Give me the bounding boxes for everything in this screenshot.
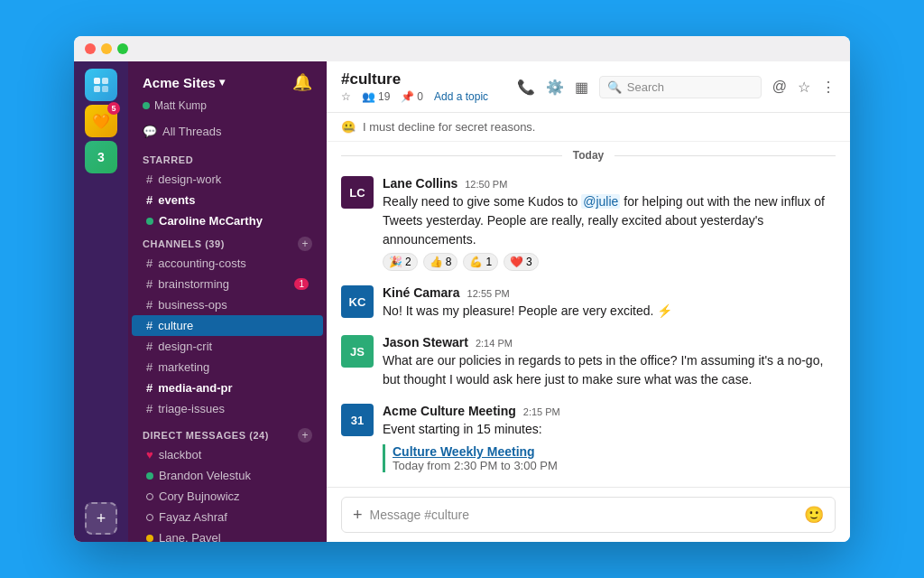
all-threads-item[interactable]: 💬 All Threads xyxy=(128,119,327,144)
minimize-button[interactable] xyxy=(101,43,112,54)
starred-section-label: STARRED xyxy=(128,144,327,169)
user-status-dot xyxy=(143,102,150,109)
workspace-item-1[interactable] xyxy=(85,69,117,101)
sidebar-dm-cory[interactable]: Cory Bujnowicz xyxy=(132,486,323,507)
reaction-tada[interactable]: 🎉 2 xyxy=(383,253,418,271)
sidebar-dm-fayaz[interactable]: Fayaz Ashraf xyxy=(132,507,323,527)
reaction-heart[interactable]: ❤️ 3 xyxy=(504,253,539,271)
channel-header: #culture ☆ 👥 19 📌 0 Add a topic xyxy=(327,61,850,113)
message-add-button[interactable]: + xyxy=(353,506,363,525)
reaction-thumbs[interactable]: 👍 8 xyxy=(423,253,458,271)
brainstorming-badge: 1 xyxy=(294,278,309,290)
svg-rect-2 xyxy=(94,86,100,92)
caroline-status-dot xyxy=(146,218,153,225)
at-icon[interactable]: @ xyxy=(772,79,787,95)
channels-section-label: CHANNELS (39) xyxy=(143,238,225,249)
msg-time-lane: 12:50 PM xyxy=(465,179,507,190)
search-box[interactable]: 🔍 Search xyxy=(599,76,762,98)
add-channel-button[interactable]: + xyxy=(298,237,312,251)
app-window: 🧡 5 3 + Acme Sites ▾ 🔔 Matt Kump xyxy=(74,36,850,542)
msg-author-kine: Kiné Camara xyxy=(383,285,460,300)
sidebar-dm-brandon[interactable]: Brandon Velestuk xyxy=(132,465,323,486)
user-name: Matt Kump xyxy=(154,99,207,112)
sidebar-item-culture[interactable]: # culture xyxy=(132,315,323,336)
sidebar-item-design-crit[interactable]: # design-crit xyxy=(132,336,323,357)
members-icon: 👥 xyxy=(362,90,375,103)
layout-icon[interactable]: ▦ xyxy=(575,79,588,96)
workspace-item-2[interactable]: 🧡 5 xyxy=(85,105,117,137)
settings-icon[interactable]: ⚙️ xyxy=(546,79,564,96)
sidebar-item-media-and-pr[interactable]: # media-and-pr xyxy=(132,378,323,398)
event-title[interactable]: Culture Weekly Meeting xyxy=(393,444,836,459)
channel-name: #culture xyxy=(341,70,488,89)
sidebar-item-marketing[interactable]: # marketing xyxy=(132,357,323,378)
svg-rect-3 xyxy=(102,86,108,92)
sidebar-dm-slackbot[interactable]: ♥ slackbot xyxy=(132,444,323,465)
bookmark-icon[interactable]: ☆ xyxy=(798,79,810,96)
emoji-picker-button[interactable]: 🙂 xyxy=(804,505,824,525)
message-group-jason1: JS Jason Stewart 2:14 PM What are our po… xyxy=(327,328,850,396)
sidebar-dm-lane[interactable]: Lane, Pavel xyxy=(132,527,323,542)
titlebar xyxy=(74,36,850,61)
message-group-acme: 31 Acme Culture Meeting 2:15 PM Event st… xyxy=(327,396,850,480)
main-area: 🧡 5 3 + Acme Sites ▾ 🔔 Matt Kump xyxy=(74,61,850,542)
channels-section-header: CHANNELS (39) + xyxy=(128,231,327,253)
close-button[interactable] xyxy=(85,43,96,54)
phone-icon[interactable]: 📞 xyxy=(517,79,535,96)
calendar-event: Culture Weekly Meeting Today from 2:30 P… xyxy=(383,444,836,472)
sidebar-item-events[interactable]: # events xyxy=(132,190,323,210)
maximize-button[interactable] xyxy=(117,43,128,54)
msg-time-jason1: 2:14 PM xyxy=(476,338,513,349)
msg-text-kine: No! It was my pleasure! People are very … xyxy=(383,302,836,321)
message-input[interactable]: Message #culture xyxy=(370,508,797,522)
avatar-jason1: JS xyxy=(341,335,374,368)
msg-text-acme: Event starting in 15 minutes: xyxy=(383,420,836,439)
msg-text-jason1: What are our policies in regards to pets… xyxy=(383,351,836,389)
search-placeholder: Search xyxy=(627,80,664,94)
sidebar: Acme Sites ▾ 🔔 Matt Kump 💬 All Threads S… xyxy=(128,61,327,542)
sidebar-item-caroline[interactable]: Caroline McCarthy xyxy=(132,210,323,231)
main-content: #culture ☆ 👥 19 📌 0 Add a topic xyxy=(327,61,850,542)
sidebar-item-triage-issues[interactable]: # triage-issues xyxy=(132,398,323,419)
sidebar-item-brainstorming[interactable]: # brainstorming 1 xyxy=(132,274,323,294)
today-divider: Today xyxy=(327,142,850,169)
sidebar-item-design-work[interactable]: # design-work xyxy=(132,169,323,190)
msg-author-acme: Acme Culture Meeting xyxy=(383,404,516,418)
message-group-kine: KC Kiné Camara 12:55 PM No! It was my pl… xyxy=(327,278,850,328)
bell-icon[interactable]: 🔔 xyxy=(292,72,312,92)
workspace-name: Acme Sites ▾ xyxy=(143,75,225,90)
svg-rect-1 xyxy=(102,78,108,84)
avatar-acme: 31 xyxy=(341,404,374,436)
search-icon: 🔍 xyxy=(607,80,622,94)
declined-message: 🤐 I must decline for secret reasons. xyxy=(327,113,850,142)
mention-julie[interactable]: @julie xyxy=(581,194,620,209)
avatar-kine: KC xyxy=(341,285,374,318)
more-icon[interactable]: ⋮ xyxy=(821,79,836,96)
msg-author-lane: Lane Collins xyxy=(383,176,457,191)
add-dm-button[interactable]: + xyxy=(298,428,312,443)
message-group-lane: LC Lane Collins 12:50 PM Really need to … xyxy=(327,169,850,278)
threads-icon: 💬 xyxy=(143,125,157,138)
message-input-box: + Message #culture 🙂 xyxy=(341,497,836,533)
msg-text-lane: Really need to give some Kudos to @julie… xyxy=(383,192,836,249)
add-workspace-button[interactable]: + xyxy=(85,502,117,535)
sidebar-item-business-ops[interactable]: # business-ops xyxy=(132,294,323,315)
add-topic-button[interactable]: Add a topic xyxy=(434,90,488,103)
star-icon[interactable]: ☆ xyxy=(341,90,351,103)
dm-section-header: DIRECT MESSAGES (24) + xyxy=(128,423,327,444)
sidebar-item-accounting-costs[interactable]: # accounting-costs xyxy=(132,253,323,274)
messages-area: 🤐 I must decline for secret reasons. Tod… xyxy=(327,113,850,487)
all-threads-label: All Threads xyxy=(162,125,222,138)
message-input-area: + Message #culture 🙂 xyxy=(327,487,850,542)
reactions-lane: 🎉 2 👍 8 💪 1 ❤️ 3 xyxy=(383,253,836,271)
reaction-muscle[interactable]: 💪 1 xyxy=(463,253,498,271)
sidebar-user: Matt Kump xyxy=(128,99,327,119)
msg-time-acme: 2:15 PM xyxy=(523,406,560,417)
workspace-icon-bar: 🧡 5 3 + xyxy=(74,61,128,542)
channel-meta: ☆ 👥 19 📌 0 Add a topic xyxy=(341,90,488,103)
event-time: Today from 2:30 PM to 3:00 PM xyxy=(393,459,836,472)
svg-rect-0 xyxy=(94,78,100,84)
workspace-item-3[interactable]: 3 xyxy=(85,141,117,173)
pin-icon: 📌 xyxy=(401,90,414,103)
dm-section-label: DIRECT MESSAGES (24) xyxy=(143,430,269,441)
